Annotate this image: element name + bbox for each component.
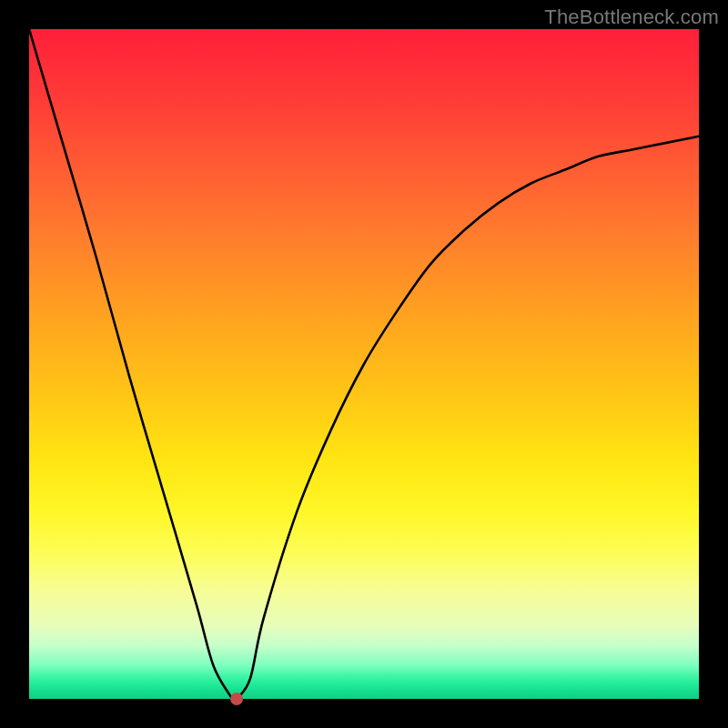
watermark-text: TheBottleneck.com: [544, 5, 719, 29]
chart-plot-area: [29, 29, 699, 699]
chart-frame: TheBottleneck.com: [0, 0, 728, 728]
optimal-point-marker: [230, 693, 243, 705]
bottleneck-curve-path: [29, 29, 699, 699]
chart-curve-svg: [29, 29, 699, 699]
